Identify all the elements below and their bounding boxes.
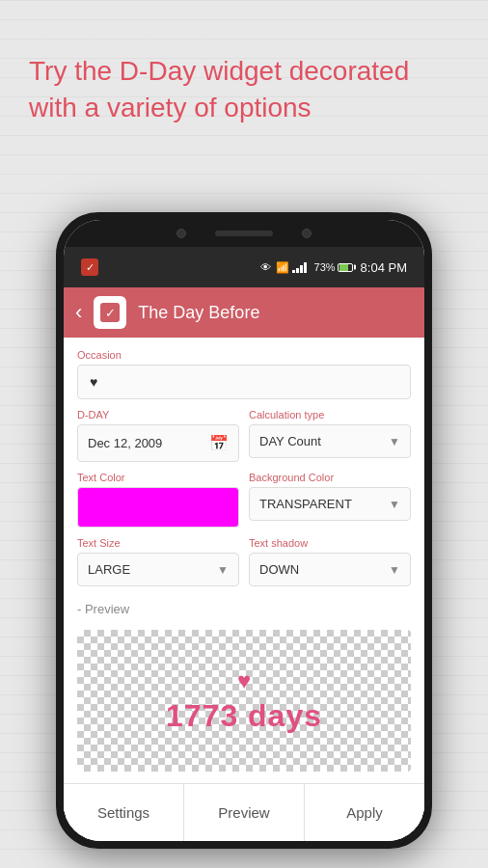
- occasion-label: Occasion: [77, 349, 411, 361]
- phone-top-bar: [64, 220, 424, 247]
- calc-type-field-group: Calculation type DAY Count ▼: [249, 409, 411, 462]
- form-area: Occasion ♥ D-DAY Dec 12, 2009 📅: [64, 338, 424, 783]
- phone-inner: 👁 📶 73%: [64, 220, 424, 841]
- dday-value: Dec 12, 2009: [88, 436, 162, 450]
- dday-input[interactable]: Dec 12, 2009 📅: [77, 424, 239, 462]
- text-color-group: Text Color: [77, 472, 239, 528]
- dday-label: D-DAY: [77, 409, 239, 420]
- bg-color-dropdown[interactable]: TRANSPARENT ▼: [249, 487, 411, 521]
- text-shadow-arrow: ▼: [389, 563, 400, 577]
- signal-bar-2: [296, 268, 299, 273]
- bg-color-group: Background Color TRANSPARENT ▼: [249, 472, 411, 528]
- settings-button[interactable]: Settings: [64, 784, 184, 841]
- battery-icon: [338, 263, 353, 272]
- battery-fill: [339, 264, 349, 271]
- bottom-buttons: Settings Preview Apply: [64, 783, 424, 841]
- status-bar: 👁 📶 73%: [64, 247, 424, 287]
- text-shadow-dropdown[interactable]: DOWN ▼: [249, 553, 411, 586]
- phone-shell: 👁 📶 73%: [56, 212, 432, 849]
- main-content: Occasion ♥ D-DAY Dec 12, 2009 📅: [64, 338, 424, 841]
- calc-type-arrow: ▼: [389, 435, 400, 448]
- text-size-value: LARGE: [88, 562, 130, 577]
- preview-button[interactable]: Preview: [184, 784, 305, 841]
- calc-type-label: Calculation type: [249, 409, 411, 420]
- text-color-swatch[interactable]: [77, 487, 239, 528]
- back-button[interactable]: ‹: [75, 302, 82, 323]
- status-time: 8:04 PM: [361, 260, 407, 275]
- dday-field-group: D-DAY Dec 12, 2009 📅: [77, 409, 239, 462]
- speaker-slot: [215, 231, 273, 236]
- status-app-icon: [81, 258, 98, 276]
- calc-type-value: DAY Count: [259, 434, 321, 448]
- signal-bars: [292, 261, 307, 273]
- text-shadow-label: Text shadow: [249, 537, 411, 549]
- dday-calc-row: D-DAY Dec 12, 2009 📅 Calculation type DA…: [77, 409, 411, 462]
- text-shadow-group: Text shadow DOWN ▼: [249, 537, 411, 586]
- occasion-input[interactable]: ♥: [77, 365, 411, 399]
- status-icons: 👁 📶: [260, 261, 307, 274]
- calc-type-dropdown[interactable]: DAY Count ▼: [249, 424, 411, 458]
- status-left: [81, 258, 98, 276]
- app-bar: ‹ ✓ The Day Before: [64, 287, 424, 338]
- preview-heart: ♥: [237, 667, 251, 694]
- size-shadow-row: Text Size LARGE ▼ Text shadow DOWN ▼: [77, 537, 411, 586]
- battery-indicator: 73%: [314, 261, 353, 273]
- text-color-label: Text Color: [77, 472, 239, 483]
- bg-color-arrow: ▼: [389, 498, 400, 511]
- calendar-icon: 📅: [209, 434, 229, 452]
- text-shadow-value: DOWN: [259, 562, 299, 577]
- front-sensor: [302, 229, 312, 238]
- color-row: Text Color Background Color TRANSPARENT …: [77, 472, 411, 528]
- preview-area: ♥ 1773 days: [77, 630, 411, 772]
- battery-percent: 73%: [314, 261, 336, 273]
- page-wrapper: Try the D-Day widget decorated with a va…: [0, 0, 488, 868]
- signal-bar-4: [304, 262, 307, 273]
- signal-bar-1: [292, 270, 295, 273]
- text-size-group: Text Size LARGE ▼: [77, 537, 239, 586]
- app-bar-title: The Day Before: [138, 303, 413, 323]
- text-size-arrow: ▼: [217, 563, 229, 577]
- preview-days-text: 1773 days: [166, 698, 322, 734]
- preview-label: - Preview: [77, 596, 411, 620]
- text-size-dropdown[interactable]: LARGE ▼: [77, 553, 239, 586]
- status-right: 👁 📶 73%: [260, 260, 407, 275]
- wifi-icon: 📶: [276, 261, 289, 274]
- eye-icon: 👁: [260, 261, 271, 273]
- promo-text: Try the D-Day widget decorated with a va…: [29, 53, 459, 126]
- app-bar-icon: ✓: [94, 296, 126, 329]
- bg-color-label: Background Color: [249, 472, 411, 483]
- signal-bar-3: [300, 265, 303, 273]
- occasion-field-group: Occasion ♥: [77, 349, 411, 399]
- bg-color-value: TRANSPARENT: [259, 497, 352, 511]
- apply-button[interactable]: Apply: [305, 784, 424, 841]
- app-icon-inner: ✓: [100, 303, 120, 322]
- text-size-label: Text Size: [77, 537, 239, 549]
- camera-dot: [176, 229, 186, 238]
